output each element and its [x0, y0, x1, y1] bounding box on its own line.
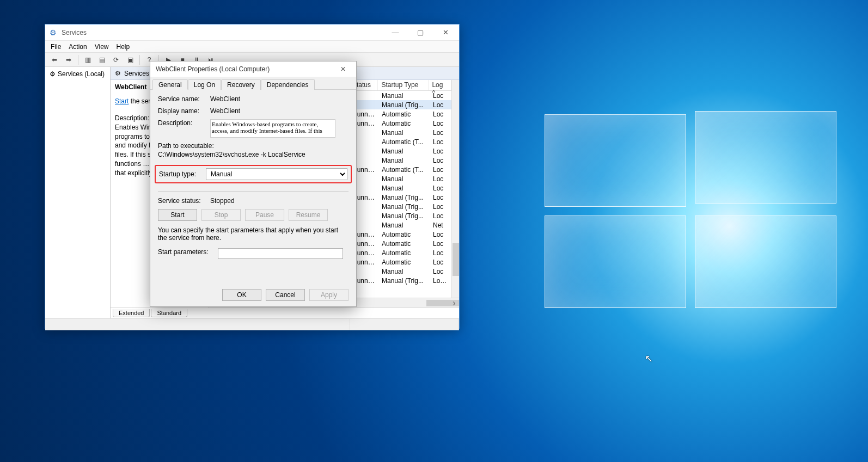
table-row[interactable]: RunningAutomaticLoc: [349, 230, 459, 239]
apply-button: Apply: [309, 289, 349, 301]
cell-startup: Manual: [378, 147, 430, 155]
service-status-value: Stopped: [210, 197, 349, 205]
maximize-button[interactable]: ▢: [408, 25, 433, 40]
table-row[interactable]: ManualLoc: [349, 174, 459, 183]
table-row[interactable]: ManualLoc: [349, 146, 459, 156]
cell-logon: Loc: [430, 157, 451, 164]
table-row[interactable]: RunningAutomatic (T...Loc: [349, 165, 459, 174]
refresh-button[interactable]: ⟳: [110, 54, 122, 66]
table-row[interactable]: ManualLoc: [349, 156, 459, 165]
cell-logon: Loc: [430, 120, 451, 127]
cell-startup: Automatic: [378, 231, 430, 238]
cell-logon: Loc: [430, 175, 451, 183]
table-row[interactable]: ManualNet: [349, 220, 459, 230]
view-tabs: Extended Standard: [111, 307, 459, 318]
dialog-titlebar[interactable]: WebClient Properties (Local Computer) ✕: [150, 61, 356, 77]
cancel-button[interactable]: Cancel: [266, 289, 305, 301]
table-row[interactable]: ManualLoc: [349, 91, 459, 100]
cell-logon: Loc: [430, 194, 451, 201]
tab-standard[interactable]: Standard: [151, 309, 187, 317]
cell-startup: Manual: [378, 221, 430, 229]
menu-action[interactable]: Action: [69, 43, 87, 51]
menu-view[interactable]: View: [95, 43, 109, 51]
startup-type-highlight: Startup type: Manual: [155, 165, 352, 183]
service-name-value: WebClient: [210, 95, 349, 103]
nav-root[interactable]: ⚙ Services (Local): [47, 69, 108, 79]
cell-logon: Net: [430, 221, 451, 229]
list-header: Status Startup Type Log ^: [349, 80, 451, 91]
start-parameters-input[interactable]: [218, 248, 343, 259]
service-name-label: Service name:: [158, 95, 205, 103]
export-list-button[interactable]: ▤: [96, 54, 108, 66]
tab-dependencies[interactable]: Dependencies: [261, 79, 315, 90]
menu-file[interactable]: File: [51, 43, 61, 51]
cell-logon: Loc: [430, 184, 451, 192]
close-button[interactable]: ✕: [332, 62, 354, 76]
table-row[interactable]: Manual (Trig...Loc: [349, 100, 459, 109]
gear-icon: ⚙: [115, 70, 121, 77]
properties-button[interactable]: ▣: [124, 54, 136, 66]
cell-startup: Manual: [378, 175, 430, 183]
cell-logon: Loc: [430, 110, 451, 118]
table-row[interactable]: RunningManual (Trig...Loc v: [349, 276, 459, 285]
startup-type-label: Startup type:: [159, 170, 200, 178]
titlebar[interactable]: ⚙ Services — ▢ ✕: [45, 24, 459, 41]
col-logon[interactable]: Log ^: [429, 80, 451, 90]
tab-extended[interactable]: Extended: [113, 309, 150, 317]
cell-startup: Manual (Trig...: [378, 203, 430, 211]
cell-logon: Loc: [430, 231, 451, 238]
table-row[interactable]: Manual (Trig...Loc: [349, 202, 459, 211]
gear-icon: ⚙: [50, 70, 56, 78]
table-row[interactable]: ManualLoc: [349, 183, 459, 193]
table-row[interactable]: RunningManual (Trig...Loc: [349, 193, 459, 202]
window-title: Services: [62, 29, 383, 36]
start-link[interactable]: Start: [115, 97, 129, 105]
pause-button: Pause: [245, 209, 284, 221]
tab-logon[interactable]: Log On: [188, 79, 221, 90]
cell-startup: Automatic: [378, 110, 430, 118]
cell-logon: Loc: [430, 258, 451, 266]
cell-startup: Manual: [378, 157, 430, 164]
forward-button[interactable]: ➡: [63, 54, 75, 66]
show-hide-tree-button[interactable]: ▥: [82, 54, 94, 66]
table-row[interactable]: Automatic (T...Loc: [349, 137, 459, 146]
cell-logon: Loc v: [430, 277, 451, 285]
minimize-button[interactable]: —: [383, 25, 408, 40]
cell-logon: Loc: [430, 268, 451, 275]
path-value: C:\Windows\system32\svchost.exe -k Local…: [158, 151, 349, 158]
tab-recovery[interactable]: Recovery: [221, 79, 261, 90]
col-startup-type[interactable]: Startup Type: [378, 80, 429, 90]
cell-startup: Manual: [378, 268, 430, 275]
table-row[interactable]: RunningAutomaticLoc: [349, 119, 459, 128]
cell-logon: Loc: [430, 129, 451, 137]
table-row[interactable]: ManualLoc: [349, 267, 459, 276]
cell-startup: Manual: [378, 129, 430, 137]
ok-button[interactable]: OK: [222, 289, 261, 301]
table-row[interactable]: RunningAutomaticLoc: [349, 109, 459, 119]
back-button[interactable]: ⬅: [48, 54, 60, 66]
close-button[interactable]: ✕: [433, 25, 458, 40]
resume-button: Resume: [289, 209, 328, 221]
start-button[interactable]: Start: [158, 209, 197, 221]
startup-type-select[interactable]: Manual: [206, 168, 347, 180]
scroll-right-icon[interactable]: ›: [449, 298, 459, 307]
table-row[interactable]: RunningAutomaticLoc: [349, 248, 459, 257]
table-row[interactable]: Manual (Trig...Loc: [349, 211, 459, 220]
scroll-thumb[interactable]: [453, 243, 459, 276]
cell-logon: Loc: [430, 240, 451, 248]
cell-logon: Loc: [430, 138, 451, 146]
dialog-title: WebClient Properties (Local Computer): [156, 65, 332, 73]
menu-help[interactable]: Help: [117, 43, 130, 51]
table-row[interactable]: RunningAutomaticLoc: [349, 257, 459, 267]
table-row[interactable]: ManualLoc: [349, 128, 459, 137]
properties-dialog: WebClient Properties (Local Computer) ✕ …: [150, 61, 357, 307]
cell-startup: Automatic (T...: [378, 166, 430, 174]
display-name-value: WebClient: [210, 107, 349, 115]
table-row[interactable]: RunningAutomaticLoc: [349, 239, 459, 248]
display-name-label: Display name:: [158, 107, 205, 115]
menubar: File Action View Help: [45, 41, 459, 53]
vertical-scrollbar[interactable]: [451, 80, 459, 298]
tab-general[interactable]: General: [152, 79, 188, 90]
description-field[interactable]: Enables Windows-based programs to create…: [210, 119, 335, 138]
cell-startup: Automatic: [378, 240, 430, 248]
